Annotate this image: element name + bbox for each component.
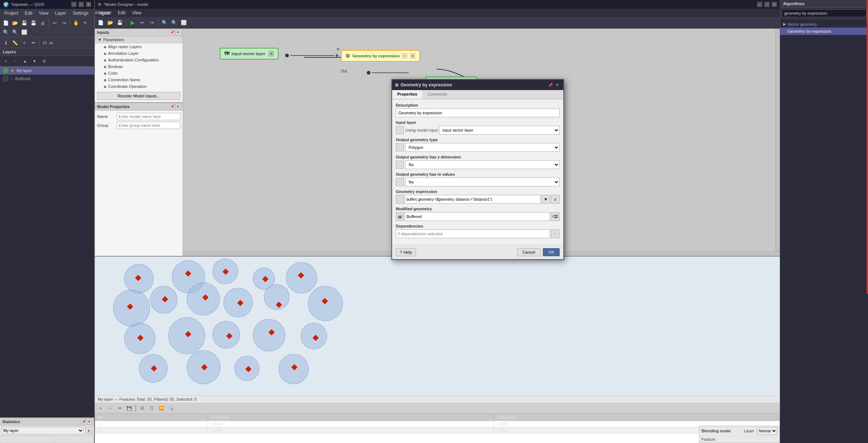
param-annotation[interactable]: ◆ Annotation Layer [95,50,183,57]
output-m-select[interactable]: No [405,178,560,186]
model-redo-btn[interactable]: ↪ [147,18,156,27]
menu-project[interactable]: Project [1,10,21,17]
model-props-close-btn[interactable]: ✕ [175,104,180,109]
menu-view[interactable]: View [36,10,51,17]
attr-select-btn[interactable]: ☑ [138,404,147,412]
print-btn[interactable]: 🖨 [38,18,47,27]
layers-add-btn[interactable]: + [1,57,10,65]
expr-dropdown-btn[interactable]: ▼ [541,195,550,204]
algo-item-geom-by-expr[interactable]: Geometry by expression [780,28,868,35]
stats-pin-btn[interactable]: 📌 [81,419,86,424]
layers-up-btn[interactable]: ▲ [21,57,29,65]
save-btn[interactable]: 💾 [20,18,29,27]
model-new-btn[interactable]: 📄 [96,18,105,27]
layer-item-mylayer[interactable]: ★ My layer [0,67,94,75]
model-close-btn[interactable]: ✕ [772,2,777,7]
attr-remove-btn[interactable]: − [106,404,115,412]
close-btn[interactable]: ✕ [86,2,91,7]
model-props-pin-btn[interactable]: 📌 [169,104,175,109]
help-btn[interactable]: ? Help [396,248,416,256]
output-geom-type-select[interactable]: Polygon [405,143,560,152]
model-undo-btn[interactable]: ↩ [138,18,147,27]
new-btn[interactable]: 📄 [1,18,10,27]
model-maximize-btn[interactable]: □ [764,2,770,7]
attr-filter-btn[interactable]: 🔽 [157,404,166,412]
add-layer-btn[interactable]: + [20,38,29,47]
model-zoom-in-btn[interactable]: 🔍 [160,18,169,27]
param-align-raster[interactable]: ◆ Align raster Layers [95,43,183,50]
model-menu-view[interactable]: View [129,10,144,16]
attr-add-btn[interactable]: + [96,404,105,412]
model-open-btn[interactable]: 📂 [106,18,115,27]
blending-mode-select[interactable]: Normal [757,427,777,435]
inputs-pin-btn[interactable]: 📌 [169,30,175,35]
menu-settings[interactable]: Settings [70,10,92,17]
attr-edit-btn[interactable]: ✏ [115,404,124,412]
geom-expr-input[interactable] [405,195,541,204]
maximize-btn[interactable]: □ [79,2,84,7]
dialog-pin-btn[interactable]: 📌 [547,82,554,88]
stats-expr-btn[interactable]: ε [85,427,93,434]
algo-category-vector[interactable]: ▶ Vector geometry [780,21,868,28]
pan-btn[interactable]: ✋ [72,18,80,27]
dialog-close-btn[interactable]: ✕ [554,82,560,88]
model-save-btn[interactable]: 💾 [115,18,124,27]
stats-layer-select[interactable]: My layer [1,427,84,434]
expr-edit-btn[interactable]: ε [551,195,560,204]
attr-search-btn[interactable]: 🔍 [166,404,175,412]
input-layer-select[interactable]: input vector layer [439,126,560,135]
model-scrollbar-v[interactable] [775,29,780,251]
select-btn[interactable]: ↖ [81,18,90,27]
param-auth[interactable]: ◆ Authentication Configuration [95,57,183,63]
open-btn[interactable]: 📂 [11,18,19,27]
menu-edit[interactable]: Edit [22,10,35,17]
param-coordinate[interactable]: ◆ Coordinate Operation [95,83,183,90]
ok-btn[interactable]: OK [543,248,560,256]
model-menu-edit[interactable]: Edit [115,10,129,16]
attr-deselect-btn[interactable]: ☐ [147,404,156,412]
zoom-in-btn[interactable]: 🔍 [1,28,10,36]
menu-layer[interactable]: Layer [52,10,69,17]
input-node-close-btn[interactable]: ✕ [268,51,274,57]
model-name-input[interactable] [117,113,180,120]
digitize-btn[interactable]: ✏ [29,38,38,47]
param-boolean[interactable]: ◆ Boolean [95,63,183,70]
inputs-close-btn[interactable]: ✕ [175,30,180,35]
modified-geo-input[interactable] [405,212,550,221]
input-vector-node[interactable]: 🗺 input vector layer ✕ [220,48,279,60]
stats-close-btn[interactable]: ✕ [87,419,92,424]
algo-search-input[interactable] [782,9,867,17]
process-node-close-btn[interactable]: ✕ [410,53,416,59]
param-connection[interactable]: ◆ Connection Name [95,76,183,83]
modified-geo-clear-btn[interactable]: ⌫ [551,212,560,221]
layer-item-buffered[interactable]: □ Buffered [0,75,94,83]
model-zoom-full-btn[interactable]: ⬜ [179,18,188,27]
params-section-header[interactable]: ▼ Parameters [95,36,183,43]
measure-btn[interactable]: 📏 [11,38,19,47]
output-z-select[interactable]: No [405,160,560,169]
menu-plugins[interactable]: Plugins [92,10,112,17]
zoom-full-btn[interactable]: ⬜ [20,28,29,36]
model-minimize-btn[interactable]: ─ [757,2,762,7]
tab-properties[interactable]: Properties [392,90,422,99]
reorder-inputs-btn[interactable]: Reorder Model Inputs... [97,92,180,100]
minimize-btn[interactable]: ─ [71,2,76,7]
model-group-input[interactable] [117,122,180,129]
process-node[interactable]: ⚙ Geometry by expression ⋯ ✕ [341,50,420,62]
model-run-btn[interactable]: ▶ [128,18,137,27]
deps-dots-btn[interactable]: ⋯ [551,229,560,238]
zoom-out-btn[interactable]: 🔍 [11,28,19,36]
attr-save-btn[interactable]: 💾 [125,404,134,412]
layers-settings-btn[interactable]: ⚙ [40,57,49,65]
identify-btn[interactable]: ℹ [1,38,10,47]
process-node-more-btn[interactable]: ⋯ [402,53,408,59]
save-as-btn[interactable]: 💾 [29,18,38,27]
cancel-btn[interactable]: Cancel [517,248,541,256]
layers-remove-btn[interactable]: − [11,57,20,65]
model-zoom-out-btn[interactable]: 🔍 [170,18,179,27]
undo-btn[interactable]: ↩ [50,18,59,27]
tab-comments[interactable]: Comments [422,90,452,99]
param-color[interactable]: ◆ Color [95,70,183,76]
layers-down-btn[interactable]: ▼ [30,57,39,65]
redo-btn[interactable]: ↪ [60,18,68,27]
